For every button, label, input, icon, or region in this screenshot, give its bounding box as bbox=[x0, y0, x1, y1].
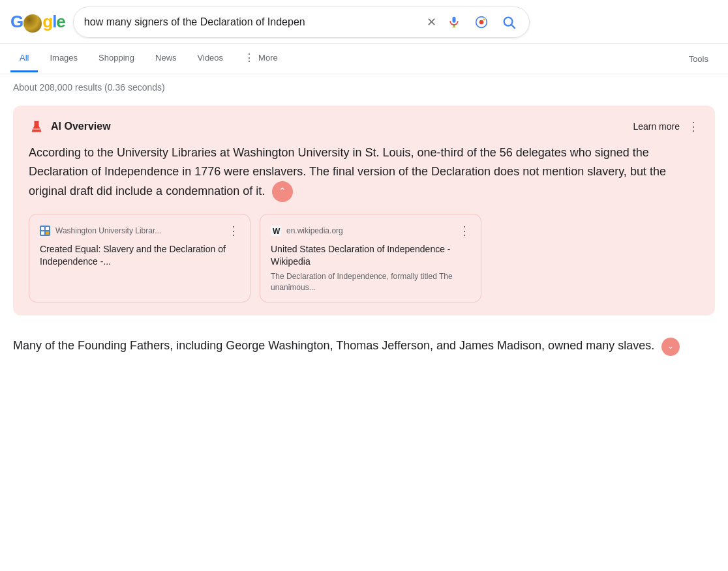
tab-shopping[interactable]: Shopping bbox=[89, 45, 144, 72]
source-card-1-more-button[interactable]: ⋮ bbox=[228, 224, 239, 238]
bottom-overview-text: Many of the Founding Fathers, including … bbox=[0, 326, 728, 366]
learn-more-link[interactable]: Learn more bbox=[633, 121, 680, 132]
ai-overview-section: AI Overview Learn more ⋮ According to th… bbox=[13, 106, 715, 315]
svg-rect-12 bbox=[46, 231, 49, 235]
tab-images[interactable]: Images bbox=[40, 45, 87, 72]
ai-overview-title: AI Overview bbox=[29, 119, 111, 134]
collapse-button[interactable]: ⌃ bbox=[272, 181, 293, 202]
source-card-2-header: W en.wikipedia.org ⋮ bbox=[271, 224, 470, 238]
svg-point-5 bbox=[483, 18, 485, 21]
source-card-1-favicon: Washington University Librar... bbox=[40, 226, 161, 236]
tab-all[interactable]: All bbox=[10, 45, 38, 72]
logo-letter-o2: g bbox=[42, 12, 52, 31]
clear-search-button[interactable]: ✕ bbox=[427, 15, 436, 29]
source-card-1-header: Washington University Librar... ⋮ bbox=[40, 224, 239, 238]
svg-rect-0 bbox=[452, 17, 455, 23]
ai-overview-header: AI Overview Learn more ⋮ bbox=[29, 119, 699, 134]
tab-videos[interactable]: Videos bbox=[189, 45, 233, 72]
search-action-icons: ✕ bbox=[427, 12, 519, 32]
logo-letter-g1: G bbox=[10, 12, 23, 31]
search-bar[interactable]: how many signers of the Declaration of I… bbox=[73, 7, 530, 38]
source-card-2-snippet: The Declaration of Independence, formall… bbox=[271, 271, 470, 293]
google-logo[interactable]: Ggle bbox=[10, 12, 65, 32]
svg-rect-10 bbox=[46, 227, 49, 230]
source-card-2-favicon: W en.wikipedia.org bbox=[271, 226, 343, 236]
favicon-icon-2: W bbox=[271, 226, 281, 236]
source-card-1-title: Created Equal: Slavery and the Declarati… bbox=[40, 243, 239, 269]
source-card-2-title: United States Declaration of Independenc… bbox=[271, 243, 470, 269]
svg-rect-11 bbox=[41, 231, 44, 235]
tab-news[interactable]: News bbox=[146, 45, 186, 72]
logo-letter-l: e bbox=[56, 12, 65, 31]
ai-overview-more-button[interactable]: ⋮ bbox=[688, 119, 699, 134]
tools-button[interactable]: Tools bbox=[680, 46, 718, 72]
search-button[interactable] bbox=[499, 12, 519, 32]
voice-search-button[interactable] bbox=[444, 12, 464, 32]
search-input[interactable]: how many signers of the Declaration of I… bbox=[84, 16, 420, 28]
source-card-1[interactable]: Washington University Librar... ⋮ Create… bbox=[29, 214, 250, 303]
tab-more[interactable]: ⋮ More bbox=[235, 44, 287, 74]
search-nav-tabs: All Images Shopping News Videos ⋮ More T… bbox=[0, 44, 728, 74]
google-lens-button[interactable] bbox=[472, 12, 491, 32]
expand-button[interactable]: ⌄ bbox=[661, 338, 680, 356]
favicon-icon-1 bbox=[40, 226, 50, 236]
source-card-2[interactable]: W en.wikipedia.org ⋮ United States Decla… bbox=[260, 214, 481, 303]
results-count: About 208,000 results (0.36 seconds) bbox=[0, 74, 728, 100]
svg-rect-9 bbox=[41, 227, 44, 230]
ai-overview-actions: Learn more ⋮ bbox=[633, 119, 699, 134]
svg-point-4 bbox=[479, 20, 483, 25]
source-card-2-more-button[interactable]: ⋮ bbox=[459, 224, 470, 238]
ai-flask-icon bbox=[29, 119, 44, 134]
source-cards: Washington University Librar... ⋮ Create… bbox=[29, 214, 699, 303]
ai-overview-text: According to the University Libraries at… bbox=[29, 143, 699, 202]
logo-doodle-icon bbox=[23, 14, 42, 33]
svg-line-7 bbox=[511, 25, 515, 28]
svg-text:W: W bbox=[273, 227, 281, 236]
header: Ggle how many signers of the Declaration… bbox=[0, 0, 728, 44]
